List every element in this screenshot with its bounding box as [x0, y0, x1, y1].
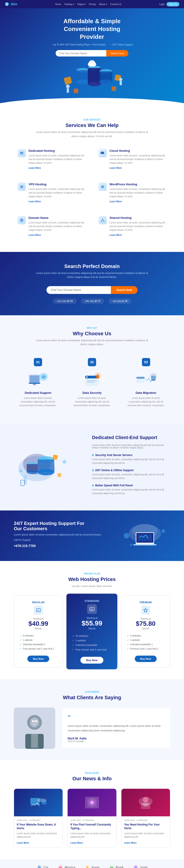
nav-actions: Login Sign Up [159, 2, 179, 6]
svg-rect-13 [74, 89, 78, 93]
support-illustration [120, 520, 170, 552]
nav-contact[interactable]: Contact Us [110, 3, 122, 5]
svg-point-73 [124, 533, 129, 538]
svg-text:C: C [38, 867, 40, 868]
plan-features-0: 5 websites 1 website Unlimited bandwidth… [20, 633, 57, 651]
why-number-0: 01 [34, 358, 42, 366]
services-title: Services We Can Help [14, 122, 170, 128]
hero-isometric-svg [55, 59, 129, 100]
buy-button-2[interactable]: Buy Now [135, 656, 157, 662]
svg-point-65 [62, 460, 66, 464]
plan-period-0: /Month [20, 627, 57, 630]
plan-price-1: $55.99 [72, 619, 111, 627]
domain-search-button[interactable]: Search Now [111, 286, 138, 294]
plan-name-1: STANDARD [72, 599, 111, 602]
why-illus-2 [126, 370, 165, 388]
testimonials-tag: Customers [14, 691, 170, 693]
brand-jupti: Jupti [133, 865, 148, 868]
hero-search-input[interactable] [56, 50, 106, 57]
news-link-1[interactable]: Learn More [70, 842, 83, 844]
service-card-cloud: Cloud Hosting Lorem ipsum dolor sit amet… [95, 145, 170, 174]
service-link-0[interactable]: Learn More [28, 167, 41, 169]
svg-rect-16 [67, 88, 69, 93]
plan-icon-1 [87, 604, 97, 614]
news-title-1: If You Find Yourself Constantly Typing..… [70, 823, 113, 831]
news-section: Read More Our News & Info JUNE 2021 - CA… [0, 760, 184, 859]
svg-point-30 [101, 220, 102, 222]
hero-badges: Up To 80% OFF Web Hosting Plans + Free D… [9, 43, 175, 46]
feature-2-3: Premium tools 1 year limit 1 [127, 647, 164, 651]
why-card-title-2: Data Migration [126, 391, 165, 395]
nav-pricing[interactable]: Pricing [89, 3, 96, 5]
feature-0-1: 1 website [20, 638, 57, 642]
svg-rect-72 [137, 534, 152, 541]
nav-hosting[interactable]: Hosting ▾ [64, 3, 74, 5]
nav-pages[interactable]: Pages ▾ [77, 3, 85, 5]
hero-badge-2: 24/7 Online Support [110, 43, 133, 46]
domain-price-0: .com only $0.99 [53, 299, 77, 304]
dedicated-section: Dedicated Client-End Support Lorem ipsum… [0, 424, 184, 510]
svg-rect-22 [20, 152, 23, 153]
news-title-2: You Need Hosting For Your Hurts. [124, 823, 167, 831]
service-title-2: VPS Hosting [28, 183, 85, 186]
service-link-3[interactable]: Learn More [109, 200, 122, 203]
feature-dot-2 [92, 485, 94, 486]
service-link-2[interactable]: Learn More [28, 200, 41, 203]
news-link-0[interactable]: Learn More [17, 842, 29, 844]
svg-point-82 [35, 720, 37, 722]
buy-button-1[interactable]: Buy Now [80, 657, 104, 663]
plan-icon-0 [34, 606, 43, 615]
brand-logo-jupti [133, 865, 138, 868]
nav-about[interactable]: About ▾ [99, 3, 107, 5]
feature-1-0: 10 websites [72, 633, 111, 638]
why-grid: 01 Dedicated Support Lorem ipsum dolor s… [14, 353, 170, 412]
nav-home[interactable]: Home [55, 3, 61, 5]
quote-mark: " [68, 713, 165, 722]
why-card-desc-0: Lorem ipsum dolor sit amet, consectetur … [18, 396, 58, 407]
service-link-4[interactable]: Learn More [28, 234, 41, 236]
news-link-2[interactable]: Learn More [124, 842, 137, 844]
svg-text:W: W [102, 186, 104, 188]
service-desc-4: Lorem ipsum dolor sit amet, consectetur … [28, 221, 85, 232]
feature-2-0: 3 websites [127, 633, 164, 638]
hero-search-button[interactable]: Search Now [106, 50, 128, 57]
why-number-2: 03 [142, 358, 150, 366]
svg-point-29 [102, 218, 103, 219]
service-link-1[interactable]: Learn More [109, 167, 122, 169]
domain-search-input[interactable] [47, 286, 111, 294]
plan-price-2: $75.80 [127, 620, 164, 627]
vps-icon [18, 183, 26, 191]
news-thumb-2 [122, 789, 170, 816]
why-choose-section: Why Us? Why Choose Us Lorem ipsum dolor … [0, 315, 184, 424]
news-excerpt-1: Lorem ipsum dolor sit amet consectetur a… [70, 832, 113, 839]
services-tag: Our Services [14, 119, 170, 121]
feature-2-2: Unlimited bandwidth 1 [127, 642, 164, 647]
pricing-tag: Pricing Plan [14, 572, 170, 575]
testimonial-role: CEO & Founder [68, 740, 165, 743]
support-svg [120, 520, 170, 552]
support-title: 24/7 Expert Hosting Support For Our Cust… [14, 521, 102, 531]
signup-button[interactable]: Sign Up [166, 2, 179, 6]
feature-0-2: Unlimited bandwidth 1 [20, 642, 57, 647]
service-title-3: WordPress Hosting [109, 183, 166, 186]
news-card-1: JUNE 2021 - CATEGORY If You Find Yoursel… [68, 788, 116, 848]
svg-point-7 [88, 82, 101, 86]
login-button[interactable]: Login [159, 3, 165, 5]
service-link-5[interactable]: Learn More [109, 234, 122, 236]
brand-moviza: Moviza [58, 865, 75, 868]
service-title-5: Shared Hosting [109, 216, 166, 219]
why-card-1: 02 Data Security Lorem ipsum dolor sit a… [68, 353, 116, 412]
buy-button-0[interactable]: Buy Now [27, 656, 49, 662]
service-card-dedicated: Dedicated Hosting Lorem ipsum dolor sit … [14, 145, 89, 174]
testimonial-text: Lorem ipsum dolor sit amet, consectetur … [68, 724, 165, 733]
why-desc: Lorem ipsum dolor sit amet consectetur a… [34, 339, 150, 346]
plan-period-2: /Month [127, 627, 164, 630]
service-card-wordpress: W WordPress Hosting Lorem ipsum dolor si… [95, 179, 170, 207]
pricing-grid: REGULAR Starting at $40.99 /Month 5 webs… [14, 595, 170, 668]
service-desc-0: Lorem ipsum dolor sit amet, consectetur … [28, 154, 85, 165]
domain-price-1: .info only $0.70 [81, 299, 104, 304]
svg-rect-33 [30, 375, 39, 383]
why-card-0: 01 Dedicated Support Lorem ipsum dolor s… [14, 353, 62, 412]
brand-ronk: Ronk [109, 865, 124, 868]
plan-icon-2 [141, 606, 150, 615]
